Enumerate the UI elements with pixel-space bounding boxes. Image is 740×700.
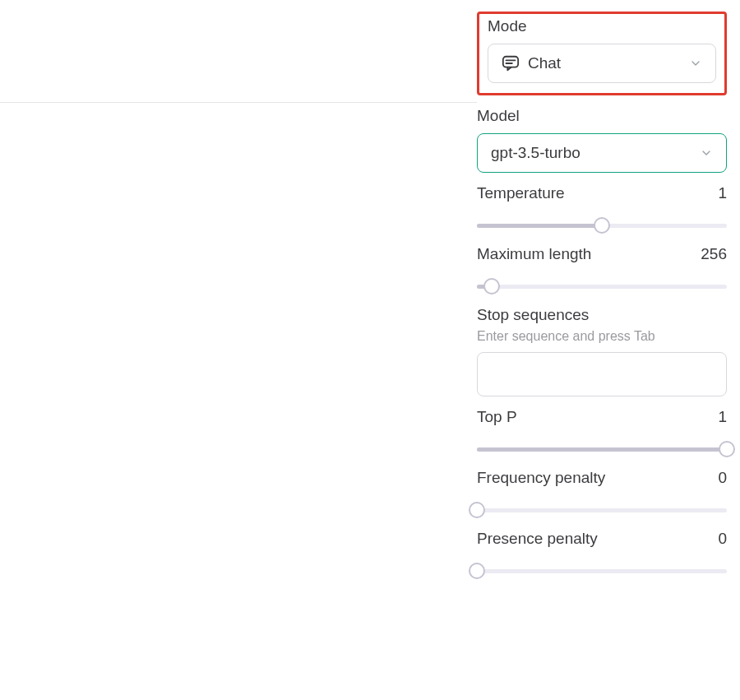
max-length-slider[interactable] — [477, 278, 727, 294]
temperature-label: Temperature — [477, 184, 565, 202]
top-p-value: 1 — [718, 408, 727, 426]
stop-sequences-hint: Enter sequence and press Tab — [477, 329, 727, 344]
divider — [0, 102, 477, 103]
main-canvas — [0, 0, 477, 700]
max-length-value: 256 — [701, 245, 727, 263]
mode-section-highlight: Mode Chat — [477, 12, 727, 95]
presence-penalty-value: 0 — [718, 530, 727, 548]
max-length-label: Maximum length — [477, 245, 591, 263]
model-select[interactable]: gpt-3.5-turbo — [477, 133, 727, 173]
presence-penalty-section: Presence penalty 0 — [477, 530, 727, 579]
model-label: Model — [477, 107, 727, 125]
temperature-slider[interactable] — [477, 217, 727, 234]
max-length-section: Maximum length 256 — [477, 245, 727, 294]
temperature-value: 1 — [718, 184, 727, 202]
frequency-penalty-label: Frequency penalty — [477, 469, 605, 487]
mode-label: Mode — [488, 17, 716, 35]
frequency-penalty-value: 0 — [718, 469, 727, 487]
model-section: Model gpt-3.5-turbo — [477, 107, 727, 173]
settings-panel: Mode Chat Model gpt-3.5-turbo — [477, 0, 740, 700]
slider-thumb[interactable] — [719, 441, 735, 457]
top-p-slider[interactable] — [477, 441, 727, 457]
temperature-section: Temperature 1 — [477, 184, 727, 234]
chevron-down-icon — [689, 57, 702, 70]
slider-thumb[interactable] — [469, 563, 485, 579]
slider-thumb[interactable] — [594, 217, 610, 234]
slider-thumb[interactable] — [469, 502, 485, 518]
chevron-down-icon — [700, 146, 713, 160]
stop-sequences-input[interactable] — [477, 352, 727, 396]
top-p-label: Top P — [477, 408, 517, 426]
frequency-penalty-section: Frequency penalty 0 — [477, 469, 727, 518]
model-value: gpt-3.5-turbo — [491, 144, 580, 162]
stop-sequences-label: Stop sequences — [477, 306, 727, 324]
svg-rect-0 — [503, 57, 518, 67]
top-p-section: Top P 1 — [477, 408, 727, 457]
slider-thumb[interactable] — [483, 278, 500, 294]
mode-select[interactable]: Chat — [488, 44, 716, 83]
mode-value: Chat — [528, 54, 561, 72]
presence-penalty-label: Presence penalty — [477, 530, 598, 548]
frequency-penalty-slider[interactable] — [477, 502, 727, 518]
presence-penalty-slider[interactable] — [477, 563, 727, 579]
stop-sequences-section: Stop sequences Enter sequence and press … — [477, 306, 727, 396]
chat-icon — [502, 54, 520, 72]
